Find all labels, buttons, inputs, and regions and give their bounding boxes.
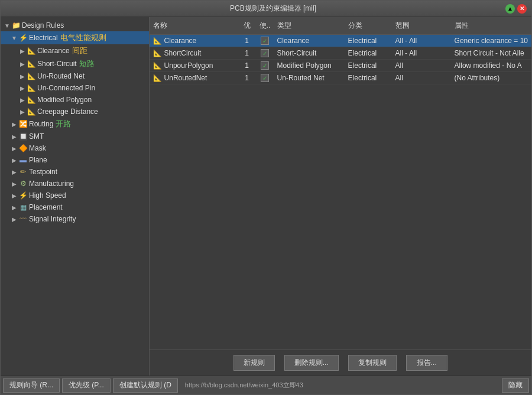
expand-icon-clearance: ▶ xyxy=(18,47,27,55)
cell-attrs-3: (No Attributes) xyxy=(451,73,531,83)
tree-item-creepage[interactable]: ▶ 📐 Creepage Distance xyxy=(1,106,149,117)
expand-icon-un-connected-pin: ▶ xyxy=(18,84,27,92)
window-title: PCB规则及约束编辑器 [mil] xyxy=(41,4,505,14)
delete-rule-button[interactable]: 删除规则... xyxy=(284,355,339,371)
row-icon-3: 📐 xyxy=(153,73,163,83)
tree-label-clearance: Clearance xyxy=(37,47,70,55)
report-button[interactable]: 报告... xyxy=(406,355,447,371)
cell-enabled-3: ✓ xyxy=(256,73,274,84)
expand-icon-testpoint: ▶ xyxy=(10,168,18,176)
expand-icon-un-routed-net: ▶ xyxy=(18,72,27,80)
expand-icon-smt: ▶ xyxy=(10,132,18,141)
left-tree-panel: ▼ 📁 Design Rules ▼ ⚡ Electrical 电气性能规则 ▶… xyxy=(1,17,150,376)
expand-icon-placement: ▶ xyxy=(10,203,18,211)
expand-icon-high-speed: ▶ xyxy=(10,191,18,200)
placement-icon: ▦ xyxy=(18,203,28,212)
cell-priority-2: 1 xyxy=(238,60,256,71)
tree-label-un-routed-net: Un-Routed Net xyxy=(37,72,85,80)
tree-label-short-circuit: Short-Circuit xyxy=(37,60,77,68)
tree-item-manufacturing[interactable]: ▶ ⚙ Manufacturing xyxy=(1,178,149,190)
creepage-icon: 📐 xyxy=(27,107,36,116)
testpoint-icon: ✏ xyxy=(18,167,28,177)
tree-item-electrical[interactable]: ▼ ⚡ Electrical 电气性能规则 xyxy=(1,31,149,44)
priority-button[interactable]: 优先级 (P... xyxy=(62,378,111,393)
cell-attrs-2: Allow modified - No A xyxy=(451,60,531,71)
tree-item-testpoint[interactable]: ▶ ✏ Testpoint xyxy=(1,166,149,178)
main-content: ▼ 📁 Design Rules ▼ ⚡ Electrical 电气性能规则 ▶… xyxy=(1,17,531,376)
cell-enabled-0: ✓ xyxy=(256,35,274,47)
tree-item-design-rules[interactable]: ▼ 📁 Design Rules xyxy=(1,19,149,31)
un-routed-net-icon: 📐 xyxy=(27,71,36,81)
title-bar: PCB规则及约束编辑器 [mil] ▲ ✕ xyxy=(1,1,531,17)
expand-icon-routing: ▶ xyxy=(10,120,18,128)
tree-label-plane: Plane xyxy=(29,156,47,164)
expand-icon-electrical: ▼ xyxy=(10,34,18,42)
tree-label-electrical: Electrical xyxy=(29,34,58,42)
tree-item-high-speed[interactable]: ▶ ⚡ High Speed xyxy=(1,190,149,201)
expand-icon-design-rules: ▼ xyxy=(3,21,11,30)
tree-item-un-connected-pin[interactable]: ▶ 📐 Un-Connected Pin xyxy=(1,82,149,94)
tree-label-mask: Mask xyxy=(29,144,46,152)
checkbox-2[interactable]: ✓ xyxy=(261,61,269,70)
cell-name-0: 📐 Clearance xyxy=(150,35,238,47)
expand-icon-signal-integrity: ▶ xyxy=(10,215,18,223)
checkbox-0[interactable]: ✓ xyxy=(261,37,269,45)
header-category: 分类 xyxy=(345,19,392,32)
table-row[interactable]: 📐 UnpourPolygon 1 ✓ Modified Polygon Ele… xyxy=(150,60,531,72)
cell-priority-1: 1 xyxy=(238,48,256,58)
tree-label-testpoint: Testpoint xyxy=(29,168,57,176)
window-controls: ▲ ✕ xyxy=(505,4,527,14)
cell-scope-0: All - All xyxy=(392,35,451,46)
expand-icon-modified-polygon: ▶ xyxy=(18,96,27,104)
plane-icon: ▬ xyxy=(18,155,28,165)
main-window: PCB规则及约束编辑器 [mil] ▲ ✕ ▼ 📁 Design Rules ▼… xyxy=(0,0,532,395)
header-priority: 优 xyxy=(238,19,256,32)
header-scope: 范围 xyxy=(392,19,451,32)
tree-label-routing: Routing xyxy=(29,120,53,128)
checkbox-3[interactable]: ✓ xyxy=(261,74,269,82)
tree-item-signal-integrity[interactable]: ▶ 〰 Signal Integrity xyxy=(1,213,149,225)
short-circuit-annotation: 短路 xyxy=(79,58,95,69)
expand-icon-short-circuit: ▶ xyxy=(18,60,27,68)
tree-item-placement[interactable]: ▶ ▦ Placement xyxy=(1,201,149,213)
row-icon-1: 📐 xyxy=(153,48,163,58)
cell-priority-3: 1 xyxy=(238,73,256,83)
copy-rule-button[interactable]: 复制规则 xyxy=(348,355,397,371)
close-button[interactable]: ✕ xyxy=(517,4,527,14)
short-circuit-icon: 📐 xyxy=(27,59,36,68)
tree-item-smt[interactable]: ▶ 🔲 SMT xyxy=(1,130,149,142)
tree-label-placement: Placement xyxy=(29,203,63,211)
new-rule-button[interactable]: 新规则 xyxy=(233,355,275,371)
table-body: 📐 Clearance 1 ✓ Clearance Electrical All… xyxy=(150,35,531,350)
tree-item-routing[interactable]: ▶ 🔀 Routing 开路 xyxy=(1,117,149,130)
high-speed-icon: ⚡ xyxy=(18,191,28,200)
cell-scope-1: All - All xyxy=(392,48,451,58)
maximize-button[interactable]: ▲ xyxy=(505,4,515,14)
rules-wizard-button[interactable]: 规则向导 (R... xyxy=(3,378,60,393)
tree-item-short-circuit[interactable]: ▶ 📐 Short-Circuit 短路 xyxy=(1,57,149,70)
tree-label-modified-polygon: Modified Polygon xyxy=(37,96,92,104)
table-row[interactable]: 📐 Clearance 1 ✓ Clearance Electrical All… xyxy=(150,35,531,47)
tree-label-un-connected-pin: Un-Connected Pin xyxy=(37,84,95,92)
tree-item-mask[interactable]: ▶ 🔶 Mask xyxy=(1,142,149,154)
status-url: https://b/blog.csdn.net/weixin_403立即43 xyxy=(180,381,499,390)
folder-icon-design-rules: 📁 xyxy=(11,21,21,30)
un-connected-pin-icon: 📐 xyxy=(27,83,36,93)
tree-item-un-routed-net[interactable]: ▶ 📐 Un-Routed Net xyxy=(1,70,149,82)
hide-button[interactable]: 隐藏 xyxy=(502,378,529,393)
create-default-button[interactable]: 创建默认规则 (D xyxy=(113,378,178,393)
tree-item-plane[interactable]: ▶ ▬ Plane xyxy=(1,154,149,166)
cell-name-1: 📐 ShortCircuit xyxy=(150,47,238,59)
cell-scope-2: All xyxy=(392,60,451,71)
cell-type-0: Clearance xyxy=(274,35,345,46)
checkbox-1[interactable]: ✓ xyxy=(261,49,269,57)
expand-icon-manufacturing: ▶ xyxy=(10,179,18,188)
expand-icon-plane: ▶ xyxy=(10,156,18,164)
cell-attrs-0: Generic clearance = 10 xyxy=(451,35,531,46)
table-row[interactable]: 📐 ShortCircuit 1 ✓ Short-Circuit Electri… xyxy=(150,47,531,60)
tree-item-modified-polygon[interactable]: ▶ 📐 Modified Polygon xyxy=(1,94,149,106)
table-row[interactable]: 📐 UnRoutedNet 1 ✓ Un-Routed Net Electric… xyxy=(150,72,531,84)
tree-item-clearance[interactable]: ▶ 📐 Clearance 间距 xyxy=(1,44,149,57)
tree-label-manufacturing: Manufacturing xyxy=(29,179,74,188)
electrical-icon: ⚡ xyxy=(18,33,28,43)
